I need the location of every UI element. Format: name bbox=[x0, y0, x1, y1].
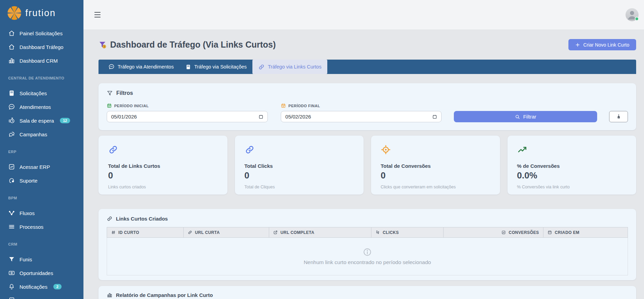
funnel-outline-icon bbox=[107, 90, 113, 96]
link-icon bbox=[245, 145, 354, 155]
create-short-link-button[interactable]: Criar Novo Link Curto bbox=[568, 39, 636, 50]
column-conversoes: CONVERSÕES bbox=[444, 227, 543, 237]
period-end-input[interactable]: 05/02/2026 bbox=[281, 111, 441, 122]
stat-subtitle: % Conversões via link curto bbox=[517, 185, 627, 189]
stopwatch-icon bbox=[8, 117, 15, 124]
external-link-icon bbox=[273, 230, 278, 235]
calendar-orange-icon bbox=[281, 103, 286, 108]
contacts-icon bbox=[8, 297, 15, 299]
user-avatar[interactable] bbox=[626, 8, 639, 21]
stat-cards-row: Total de Links Curtos 0 Links curtos cri… bbox=[98, 136, 636, 195]
sidebar-item-painel-solicitacoes[interactable]: Painel Solicitações bbox=[0, 26, 83, 40]
stat-title: Total de Links Curtos bbox=[108, 163, 218, 169]
svg-text:$: $ bbox=[104, 45, 105, 48]
tab-trafego-solicitacoes[interactable]: Tráfego via Solicitações bbox=[180, 60, 252, 74]
plus-icon bbox=[575, 42, 580, 47]
funnel-dollar-icon: $ bbox=[98, 41, 107, 49]
sidebar-item-label: Oportunidades bbox=[19, 270, 53, 276]
book-icon bbox=[185, 64, 191, 70]
sidebar-item-label: Suporte bbox=[19, 178, 38, 184]
sidebar-item-label: Contatos bbox=[19, 298, 40, 299]
traffic-tabs: Tráfego via Atendimentos Tráfego via Sol… bbox=[98, 60, 636, 74]
sidebar-item-dashboard-crm[interactable]: Dashboard CRM bbox=[0, 54, 83, 67]
link-icon bbox=[258, 64, 265, 70]
sidebar: frution Painel Solicitações Dashboard Tr… bbox=[0, 0, 83, 299]
sidebar-section-erp: ERP bbox=[0, 141, 83, 160]
sidebar-item-label: Fluxos bbox=[19, 210, 35, 216]
sidebar-item-acessar-erp[interactable]: Acessar ERP bbox=[0, 160, 83, 174]
main-column: $ Dashboard de Tráfego (Via Links Curtos… bbox=[83, 0, 644, 299]
bar-chart-icon bbox=[107, 292, 113, 298]
home-icon bbox=[8, 43, 15, 50]
sidebar-item-campanhas[interactable]: Campanhas bbox=[0, 127, 83, 141]
stat-subtitle: Links curtos criados bbox=[108, 185, 218, 189]
stat-value: 0 bbox=[108, 170, 218, 181]
tab-trafego-links-curtos[interactable]: Tráfego via Links Curtos bbox=[252, 60, 327, 74]
sidebar-item-fluxos[interactable]: Fluxos bbox=[0, 206, 83, 220]
bell-icon bbox=[8, 283, 15, 290]
period-start-input[interactable]: 05/01/2026 bbox=[107, 111, 268, 122]
flow-icon bbox=[8, 210, 15, 216]
stat-title: Total de Conversões bbox=[381, 163, 490, 169]
online-status-dot bbox=[635, 17, 639, 21]
sidebar-item-solicitacoes[interactable]: Solicitações bbox=[0, 86, 83, 100]
report-title: Relatório de Campanhas por Link Curto bbox=[116, 292, 213, 298]
stat-title: Total Clicks bbox=[245, 163, 354, 169]
chart-square-icon bbox=[8, 163, 15, 170]
filter-button[interactable]: Filtrar bbox=[454, 111, 597, 122]
sidebar-item-label: Dashboard CRM bbox=[19, 58, 58, 64]
date-picker-icon[interactable] bbox=[432, 114, 437, 119]
notifications-badge: 2 bbox=[53, 284, 62, 289]
topbar bbox=[83, 0, 644, 29]
sidebar-item-oportunidades[interactable]: Oportunidades bbox=[0, 266, 83, 280]
sidebar-item-processos[interactable]: Processos bbox=[0, 220, 83, 234]
clear-filters-button[interactable] bbox=[609, 111, 628, 122]
calendar-green-icon bbox=[107, 103, 112, 108]
chat-dots-icon bbox=[8, 103, 15, 110]
trend-up-icon bbox=[517, 145, 627, 155]
chart-square-icon bbox=[501, 230, 506, 235]
sidebar-section-central-atendimento: CENTRAL DE ATENDIMENTO bbox=[0, 67, 83, 86]
brand-logo[interactable]: frution bbox=[0, 0, 83, 21]
sidebar-item-label: Dashboard Tráfego bbox=[19, 44, 63, 50]
sidebar-item-contatos[interactable]: Contatos bbox=[0, 294, 83, 299]
link-icon bbox=[108, 145, 218, 155]
date-picker-icon[interactable] bbox=[259, 114, 263, 119]
sidebar-nav: Painel Solicitações Dashboard Tráfego Da… bbox=[0, 21, 83, 299]
sidebar-item-label: Atendimentos bbox=[19, 104, 51, 110]
brand-name: frution bbox=[25, 8, 56, 18]
period-start-label: PERÍODO INICIAL bbox=[107, 103, 268, 108]
stat-card-pct-conversoes: % de Conversões 0.0% % Conversões via li… bbox=[508, 136, 636, 195]
funnel-icon bbox=[8, 256, 15, 263]
cursor-icon bbox=[376, 230, 380, 235]
create-short-link-label: Criar Novo Link Curto bbox=[583, 42, 629, 48]
calendar-icon bbox=[548, 230, 552, 235]
tab-label: Tráfego via Links Curtos bbox=[268, 64, 321, 70]
sidebar-section-bpm: BPM bbox=[0, 187, 83, 206]
hamburger-menu-icon[interactable] bbox=[94, 12, 102, 17]
sidebar-item-notificacoes[interactable]: Notificações 2 bbox=[0, 280, 83, 294]
links-table: ID CURTO URL CURTA URL COMPLETA CLI bbox=[107, 227, 628, 275]
links-table-empty-state: Nenhum link curto encontrado no período … bbox=[107, 238, 628, 275]
sidebar-item-label: Acessar ERP bbox=[19, 164, 50, 170]
sidebar-item-label: Painel Solicitações bbox=[19, 30, 63, 36]
stat-card-total-clicks: Total Clicks 0 Total de Cliques bbox=[235, 136, 364, 195]
sidebar-item-label: Sala de espera bbox=[19, 118, 54, 124]
chat-double-icon bbox=[8, 131, 15, 138]
frution-pinwheel-icon bbox=[7, 5, 22, 21]
sidebar-item-dashboard-trafego[interactable]: Dashboard Tráfego bbox=[0, 40, 83, 54]
tab-trafego-atendimentos[interactable]: Tráfego via Atendimentos bbox=[103, 60, 180, 74]
bar-chart-icon bbox=[8, 57, 15, 64]
sidebar-item-atendimentos[interactable]: Atendimentos bbox=[0, 100, 83, 114]
sidebar-item-funis[interactable]: Funis bbox=[0, 252, 83, 266]
sidebar-item-suporte[interactable]: Suporte bbox=[0, 174, 83, 187]
links-table-header: ID CURTO URL CURTA URL COMPLETA CLI bbox=[107, 227, 628, 238]
page-title: $ Dashboard de Tráfego (Via Links Curtos… bbox=[98, 40, 276, 50]
column-url-completa: URL COMPLETA bbox=[269, 227, 371, 237]
stat-card-total-conversoes: Total de Conversões 0 Clicks que convert… bbox=[371, 136, 500, 195]
stat-subtitle: Clicks que converteram em solicitações bbox=[381, 185, 490, 189]
search-icon bbox=[515, 114, 520, 120]
sidebar-item-sala-de-espera[interactable]: Sala de espera 12 bbox=[0, 114, 83, 127]
chat-dots-icon bbox=[108, 64, 115, 70]
filters-title: Filtros bbox=[116, 90, 133, 96]
